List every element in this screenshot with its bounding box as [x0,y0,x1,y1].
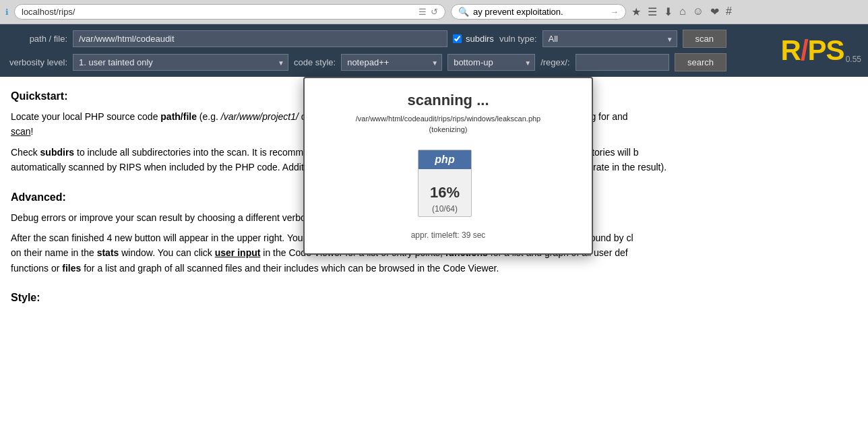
security-icon: ℹ [5,7,9,17]
modal-percent: 16% [418,184,471,201]
quickstart-p1-italic1: /var/www/project1/ [221,111,299,122]
advanced-p2-bold2: user input [215,247,261,258]
url-text: localhost/rips/ [22,7,75,17]
modal-filepath: /var/www/html/codeaudit/rips/rips/window… [318,115,578,123]
quickstart-scan-link[interactable]: scan [11,126,31,137]
regex-input[interactable] [576,54,669,71]
search-go-icon: → [610,7,619,17]
subdirs-area: subdirs [453,34,494,44]
modal-stage: (tokenizing) [318,125,578,133]
verbosity-label: verbosity level: [7,57,67,67]
order-select[interactable]: bottom-up top-down [447,54,535,71]
reader-icon: ☰ [418,7,427,17]
quickstart-p1-mid: (e.g. [197,111,221,122]
verbosity-select[interactable]: 1. user tainted only 0. none 2. all tain… [73,54,288,71]
url-bar[interactable]: localhost/rips/ ☰ ↺ [14,4,445,20]
browser-bar: ℹ localhost/rips/ ☰ ↺ 🔍 ay prevent explo… [0,0,868,24]
quickstart-p2-pre: Check [11,147,40,158]
avatar-icon[interactable]: ☺ [693,5,704,18]
quickstart-p2-end: in the result). [612,162,666,172]
subdirs-checkbox[interactable] [453,34,462,43]
php-badge-label: php [435,154,454,165]
advanced-p2-end2: for a list and graph of all scanned file… [81,263,499,274]
reading-list-icon[interactable]: ☰ [648,5,657,18]
refresh-icon: ↺ [431,7,438,17]
pocket-icon[interactable]: ❤ [710,5,719,18]
rips-logo-text: R/PS [781,34,844,67]
modal-title: scanning ... [318,92,578,109]
menu-icon[interactable]: # [726,5,732,18]
main-content: Quickstart: Locate your local PHP source… [0,77,868,324]
path-input[interactable] [73,30,447,47]
quickstart-p2-bold: subdirs [40,147,75,158]
search-query: ay prevent exploitation. [473,7,563,17]
vuln-type-select[interactable]: All SQL Injection XSS File Include Code … [542,30,677,47]
modal-count: (10/64) [418,204,471,214]
search-button[interactable]: search [675,53,726,71]
regex-label: /regex/: [540,57,569,67]
home-icon[interactable]: ⌂ [679,5,686,18]
search-icon: 🔍 [458,7,469,17]
modal-timeleft: appr. timeleft: 39 sec [318,230,578,240]
advanced-p2-mid: on their name in the [11,247,97,258]
advanced-p2-bold4: files [62,263,81,274]
vuln-type-label: vuln type: [499,34,537,44]
code-style-select[interactable]: notepad++ vim emacs default [341,54,442,71]
search-bar[interactable]: 🔍 ay prevent exploitation. → [451,4,626,20]
php-file-icon: php 16% (10/64) [414,143,482,224]
scan-button[interactable]: scan [683,30,726,48]
scanning-modal: scanning ... /var/www/html/codeaudit/rip… [303,77,593,255]
rips-logo: R/PS 0.55 [781,34,861,67]
style-heading: Style: [11,292,857,304]
download-icon[interactable]: ⬇ [664,5,673,18]
advanced-p2-mid2: window. You can click [119,247,214,258]
code-style-label: code style: [294,57,336,67]
advanced-p2-bold1: stats [97,247,119,258]
rips-version: 0.55 [846,55,861,64]
browser-toolbar-icons: ★ ☰ ⬇ ⌂ ☺ ❤ # [631,5,732,18]
path-file-label: path / file: [7,34,67,44]
advanced-p2-end: functions or [11,263,62,274]
quickstart-p1-bold1: path/file [160,111,197,122]
quickstart-p1-pre: Locate your local PHP source code [11,111,160,122]
bookmark-star-icon[interactable]: ★ [631,5,641,18]
subdirs-label: subdirs [466,34,494,44]
quickstart-scan-post: ! [31,126,34,137]
